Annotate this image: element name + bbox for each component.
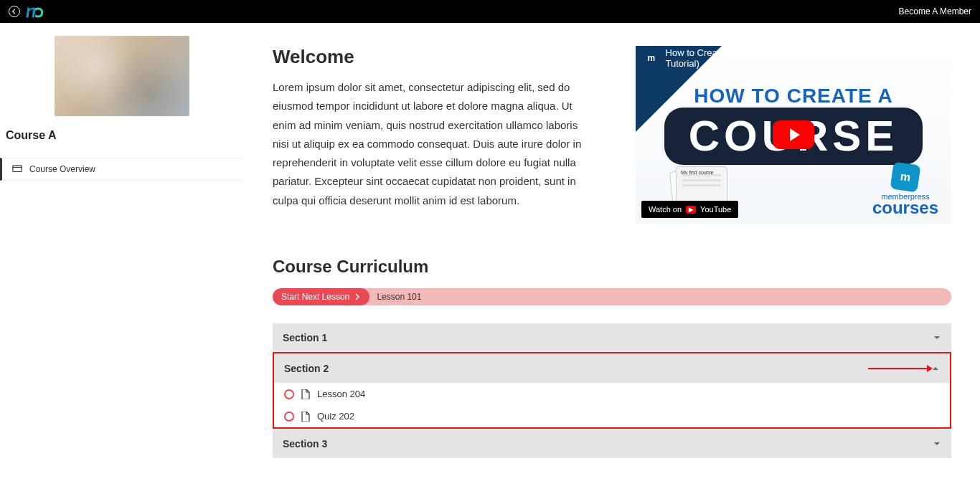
start-next-lesson-button[interactable]: Start Next Lesson (273, 288, 369, 305)
share-button[interactable]: Share (925, 49, 944, 67)
chevron-up-icon (931, 364, 940, 373)
highlighted-section: Section 2 Lesson 204 Quiz 202 (273, 352, 951, 429)
lesson-name: Lesson 204 (317, 389, 365, 399)
next-lesson-bar: Start Next Lesson Lesson 101 (273, 288, 951, 305)
sidebar-item-overview[interactable]: Course Overview (0, 158, 244, 181)
play-button[interactable] (773, 120, 814, 149)
section-header[interactable]: Section 2 (274, 353, 950, 383)
file-icon (301, 389, 310, 399)
section-title: Section 1 (283, 332, 327, 343)
sidebar: Course A Course Overview (0, 23, 244, 504)
section-header[interactable]: Section 1 (273, 323, 951, 352)
completion-ring-icon (284, 412, 294, 422)
curriculum-heading: Course Curriculum (273, 257, 951, 277)
memberpress-logo: m memberpresscourses (872, 163, 938, 217)
chevron-right-icon (354, 293, 361, 300)
sections-list: Section 1 Section 2 Lesson 204 (273, 323, 951, 458)
share-icon (930, 49, 940, 58)
lesson-row[interactable]: Quiz 202 (274, 405, 950, 427)
section-title: Section 3 (283, 438, 327, 450)
section-title: Section 2 (284, 363, 329, 374)
topbar: ⴖↄ Become A Member (0, 0, 980, 23)
welcome-heading: Welcome (273, 46, 613, 68)
next-lesson-label: Lesson 101 (377, 292, 421, 302)
brand-logo[interactable]: ⴖↄ (26, 3, 42, 20)
channel-avatar-icon: m (643, 49, 660, 67)
watch-on-youtube[interactable]: Watch on ▶ YouTube (641, 201, 738, 218)
course-thumbnail (55, 36, 189, 116)
back-button[interactable] (9, 6, 20, 17)
sidebar-item-label: Course Overview (29, 164, 95, 174)
lesson-name: Quiz 202 (317, 411, 354, 422)
main-content: Welcome Lorem ipsum dolor sit amet, cons… (244, 23, 980, 504)
lesson-row[interactable]: Lesson 204 (274, 383, 950, 405)
svg-rect-0 (13, 166, 22, 172)
file-icon (301, 412, 310, 422)
video-embed[interactable]: m How to Create a Course in MemberPress … (636, 46, 951, 224)
become-member-link[interactable]: Become A Member (899, 6, 971, 16)
video-text-howto: HOW TO CREATE A (636, 85, 951, 108)
completion-ring-icon (284, 389, 294, 399)
video-title: How to Create a Course in MemberPress Co… (666, 47, 925, 69)
chevron-down-icon (933, 439, 941, 448)
welcome-body: Lorem ipsum dolor sit amet, consectetur … (273, 78, 588, 210)
overview-icon (12, 164, 22, 174)
section-header[interactable]: Section 3 (273, 429, 951, 458)
chevron-down-icon (933, 333, 941, 342)
course-title: Course A (6, 129, 244, 142)
